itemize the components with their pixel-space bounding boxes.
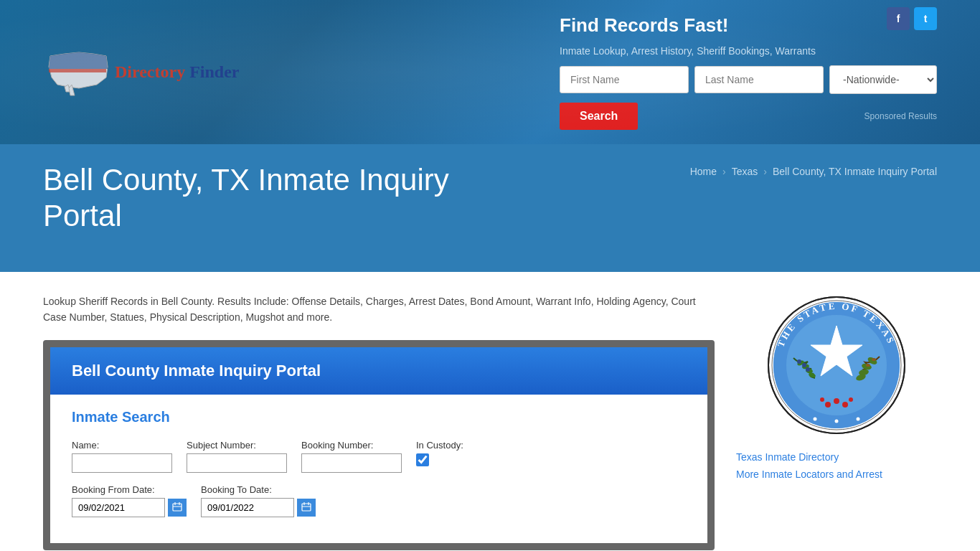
breadcrumb-sep-1: ›	[722, 166, 726, 177]
svg-rect-0	[43, 45, 115, 99]
svg-point-20	[797, 359, 801, 364]
first-name-input[interactable]	[560, 66, 689, 93]
svg-point-31	[842, 402, 848, 408]
content-right: THE STATE OF TEXAS Texas Inmate Director…	[736, 293, 937, 550]
usa-map-icon	[43, 45, 115, 99]
inmate-search-title: Inmate Search	[72, 409, 686, 425]
booking-from-group: Booking From Date:	[72, 484, 187, 517]
main-content: Lookup Sheriff Records in Bell County. R…	[0, 272, 980, 551]
portal-inner: Bell County Inmate Inquiry Portal Inmate…	[50, 347, 707, 543]
in-custody-label: In Custody:	[416, 440, 463, 451]
name-input[interactable]	[72, 453, 172, 473]
breadcrumb-state[interactable]: Texas	[732, 166, 758, 177]
in-custody-checkbox[interactable]	[416, 453, 429, 466]
svg-point-21	[802, 363, 806, 367]
svg-point-29	[834, 398, 839, 404]
svg-rect-1	[49, 69, 106, 72]
booking-from-calendar-button[interactable]	[168, 499, 187, 517]
twitter-icon[interactable]: t	[914, 7, 937, 30]
booking-number-label: Booking Number:	[301, 440, 402, 451]
logo-text-finder: Finder	[189, 62, 239, 81]
booking-from-label: Booking From Date:	[72, 484, 187, 495]
texas-seal-image: THE STATE OF TEXAS	[765, 293, 908, 437]
svg-point-35	[814, 417, 817, 420]
portal-body: Inmate Search Name: Subject Number: Book…	[50, 395, 707, 543]
subject-number-input[interactable]	[187, 453, 287, 473]
booking-to-input[interactable]	[201, 498, 294, 517]
last-name-input[interactable]	[694, 66, 824, 93]
svg-rect-2	[173, 504, 182, 511]
svg-point-30	[825, 402, 831, 408]
booking-number-input[interactable]	[301, 453, 402, 473]
logo-text-directory: Directory	[115, 62, 185, 81]
texas-inmate-directory-link[interactable]: Texas Inmate Directory	[736, 451, 937, 463]
portal-header-title: Bell County Inmate Inquiry Portal	[72, 362, 686, 380]
booking-to-label: Booking To Date:	[201, 484, 316, 495]
svg-point-28	[866, 364, 870, 367]
booking-to-wrapper	[201, 498, 316, 517]
calendar-icon	[301, 501, 311, 512]
find-records-title: Find Records Fast!	[560, 14, 728, 37]
svg-point-32	[820, 397, 824, 402]
booking-number-group: Booking Number:	[301, 440, 402, 473]
sponsored-results-label: Sponsored Results	[638, 111, 937, 121]
search-fields-row: -Nationwide-	[560, 65, 937, 94]
form-row-1: Name: Subject Number: Booking Number:	[72, 440, 686, 473]
svg-point-33	[849, 397, 853, 402]
calendar-icon	[172, 501, 182, 512]
svg-point-27	[872, 358, 876, 361]
more-locators-link[interactable]: More Inmate Locators and Arrest	[736, 468, 937, 480]
booking-from-input[interactable]	[72, 498, 165, 517]
svg-point-36	[835, 419, 839, 423]
subject-number-group: Subject Number:	[187, 440, 287, 473]
search-button[interactable]: Search	[560, 103, 638, 130]
content-left: Lookup Sheriff Records in Bell County. R…	[43, 293, 715, 550]
header-search-area: Find Records Fast! Inmate Lookup, Arrest…	[560, 14, 937, 130]
form-row-2: Booking From Date:	[72, 484, 686, 517]
in-custody-group: In Custody:	[416, 440, 463, 466]
facebook-icon[interactable]: f	[887, 7, 910, 30]
booking-to-group: Booking To Date:	[201, 484, 316, 517]
breadcrumb-sep-2: ›	[763, 166, 767, 177]
name-group: Name:	[72, 440, 172, 473]
state-select[interactable]: -Nationwide-	[829, 65, 937, 94]
find-records-subtitle: Inmate Lookup, Arrest History, Sheriff B…	[560, 45, 816, 57]
svg-point-37	[857, 417, 860, 420]
booking-to-calendar-button[interactable]	[297, 499, 316, 517]
breadcrumb-current: Bell County, TX Inmate Inquiry Portal	[773, 166, 937, 177]
portal-header: Bell County Inmate Inquiry Portal	[50, 347, 707, 395]
booking-from-wrapper	[72, 498, 187, 517]
subject-number-label: Subject Number:	[187, 440, 287, 451]
svg-point-22	[806, 367, 810, 372]
breadcrumb-section: Bell County, TX Inmate InquiryPortal Hom…	[0, 144, 980, 272]
texas-seal-area: THE STATE OF TEXAS	[736, 293, 937, 437]
logo-area: Directory Finder	[43, 45, 240, 99]
site-header: Directory Finder Find Records Fast! Inma…	[0, 0, 980, 144]
portal-container: Bell County Inmate Inquiry Portal Inmate…	[43, 340, 715, 550]
svg-rect-6	[302, 504, 311, 511]
name-label: Name:	[72, 440, 172, 451]
breadcrumb-home[interactable]: Home	[690, 166, 717, 177]
description-text: Lookup Sheriff Records in Bell County. R…	[43, 293, 715, 326]
